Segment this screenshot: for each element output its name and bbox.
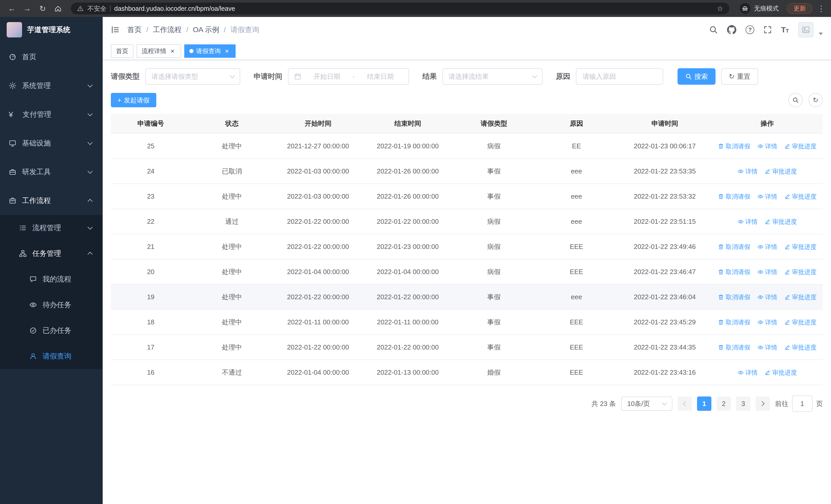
avatar[interactable] [798, 22, 813, 37]
sidebar: 芋道管理系统 首页 系统管理 ¥ 支付管理 [0, 17, 103, 504]
pagination: 共 23 条 10条/页 1 2 3 前往 页 [111, 395, 823, 412]
breadcrumb-item-home[interactable]: 首页 [127, 25, 142, 35]
detail-link[interactable]: 详情 [738, 368, 757, 377]
sidebar-item-my-processes[interactable]: 我的流程 [0, 266, 103, 292]
sidebar-item-dev-tools[interactable]: 研发工具 [0, 157, 103, 186]
leave-type-label: 请假类型 [111, 71, 140, 81]
plus-icon: + [118, 96, 121, 104]
reason-input[interactable] [576, 68, 663, 85]
sidebar-item-done-tasks[interactable]: 已办任务 [0, 318, 103, 343]
url-bar[interactable]: 不安全 dashboard.yudao.iocoder.cn/bpm/oa/le… [71, 3, 729, 14]
sitemap-icon [19, 250, 27, 257]
detail-link[interactable]: 详情 [757, 293, 777, 301]
app-logo[interactable]: 芋道管理系统 [0, 17, 103, 42]
font-size-icon[interactable]: TT [781, 26, 789, 34]
start-date-placeholder: 开始日期 [305, 72, 349, 81]
next-page-button[interactable] [755, 396, 770, 411]
approval-progress-link[interactable]: 审批进度 [765, 217, 797, 226]
detail-link[interactable]: 详情 [757, 268, 777, 276]
not-secure-label[interactable]: 不安全 [87, 4, 107, 13]
close-icon[interactable]: × [223, 48, 230, 55]
sidebar-item-home[interactable]: 首页 [0, 42, 103, 71]
sidebar-toggle-icon[interactable] [111, 25, 120, 34]
approval-progress-link[interactable]: 审批进度 [784, 343, 816, 352]
goto-page-input[interactable] [792, 395, 812, 412]
detail-link[interactable]: 详情 [757, 318, 777, 326]
detail-link[interactable]: 详情 [757, 243, 777, 251]
approval-progress-link[interactable]: 审批进度 [784, 243, 816, 251]
sidebar-item-leave-query[interactable]: 请假查询 [0, 343, 103, 369]
sidebar-item-system-mgmt[interactable]: 系统管理 [0, 71, 103, 100]
table-row: 18 处理中 2022-01-11 00:00:00 2022-01-11 00… [111, 309, 823, 335]
sidebar-item-todo-tasks[interactable]: 待办任务 [0, 292, 103, 318]
help-icon[interactable]: ? [746, 25, 754, 34]
cancel-leave-link[interactable]: 取消请假 [718, 243, 750, 251]
browser-update-button[interactable]: 更新 [787, 3, 812, 14]
result-select[interactable]: 请选择流结果 [442, 68, 543, 85]
browser-menu-icon[interactable]: ⋮ [816, 4, 826, 13]
sidebar-item-payment-mgmt[interactable]: ¥ 支付管理 [0, 100, 103, 129]
page-button-3[interactable]: 3 [736, 396, 750, 411]
tab-process-detail[interactable]: 流程详情 × [137, 45, 181, 58]
url-text[interactable]: dashboard.yudao.iocoder.cn/bpm/oa/leave [114, 5, 713, 12]
browser-back-icon[interactable]: ← [5, 2, 19, 15]
page-button-2[interactable]: 2 [717, 396, 731, 411]
header-tools: ? TT [709, 22, 823, 37]
detail-link[interactable]: 详情 [757, 192, 777, 201]
cancel-leave-link[interactable]: 取消请假 [718, 343, 750, 352]
bookmark-star-icon[interactable]: ☆ [717, 4, 723, 13]
approval-progress-link[interactable]: 审批进度 [784, 142, 816, 150]
page-unit-label: 页 [816, 399, 823, 408]
cancel-leave-link[interactable]: 取消请假 [718, 192, 750, 201]
leave-type-select[interactable]: 请选择请假类型 [145, 68, 240, 85]
sidebar-item-task-mgmt[interactable]: 任务管理 [0, 241, 103, 266]
approval-progress-link[interactable]: 审批进度 [784, 318, 816, 326]
sidebar-item-workflow[interactable]: 工作流程 [0, 186, 103, 215]
browser-forward-icon[interactable]: → [21, 2, 34, 15]
breadcrumb-item-oa-example[interactable]: OA 示例 [193, 25, 220, 35]
search-icon[interactable] [709, 25, 718, 34]
active-dot [190, 49, 194, 53]
col-start-time: 开始时间 [273, 114, 363, 134]
detail-link[interactable]: 详情 [757, 142, 777, 150]
search-button[interactable]: 搜索 [678, 68, 716, 85]
yen-icon: ¥ [9, 111, 17, 118]
calendar-icon [294, 73, 301, 80]
approval-progress-link[interactable]: 审批进度 [765, 368, 797, 377]
prev-page-button[interactable] [678, 396, 692, 411]
approval-progress-link[interactable]: 审批进度 [784, 192, 816, 201]
sidebar-item-process-mgmt[interactable]: 流程管理 [0, 215, 103, 241]
github-icon[interactable] [727, 25, 736, 34]
detail-link[interactable]: 详情 [757, 343, 777, 352]
page-size-select[interactable]: 10条/页 [621, 396, 672, 411]
detail-link[interactable]: 详情 [738, 217, 757, 226]
cancel-leave-link[interactable]: 取消请假 [718, 268, 750, 276]
apply-time-range-picker[interactable]: 开始日期 - 结束日期 [288, 68, 409, 85]
refresh-table-button[interactable]: ↻ [808, 93, 823, 107]
toggle-search-button[interactable] [789, 93, 803, 107]
approval-progress-link[interactable]: 审批进度 [784, 268, 816, 276]
cancel-leave-link[interactable]: 取消请假 [718, 318, 750, 326]
omnibox-divider [110, 5, 111, 11]
browser-home-icon[interactable] [51, 2, 65, 15]
tags-view: 首页 流程详情 × 请假查询 × [103, 42, 831, 60]
tab-home[interactable]: 首页 [111, 45, 134, 58]
avatar-caret-icon[interactable] [819, 33, 823, 35]
toolbox-icon [9, 168, 17, 176]
fullscreen-icon[interactable] [764, 26, 772, 34]
cancel-leave-link[interactable]: 取消请假 [718, 142, 750, 150]
reset-button[interactable]: ↻ 重置 [721, 68, 758, 85]
approval-progress-link[interactable]: 审批进度 [784, 293, 816, 301]
close-icon[interactable]: × [169, 48, 176, 55]
cancel-leave-link[interactable]: 取消请假 [718, 293, 750, 301]
tab-leave-query[interactable]: 请假查询 × [184, 45, 236, 58]
detail-link[interactable]: 详情 [738, 167, 757, 176]
breadcrumb-item-workflow[interactable]: 工作流程 [153, 25, 182, 35]
col-apply-time: 申请时间 [618, 114, 712, 134]
approval-progress-link[interactable]: 审批进度 [765, 167, 797, 176]
total-count: 共 23 条 [592, 399, 616, 408]
sidebar-item-infrastructure[interactable]: 基础设施 [0, 129, 103, 157]
create-leave-button[interactable]: + 发起请假 [111, 93, 156, 107]
page-button-1[interactable]: 1 [697, 396, 711, 411]
browser-reload-icon[interactable]: ↻ [36, 2, 49, 15]
